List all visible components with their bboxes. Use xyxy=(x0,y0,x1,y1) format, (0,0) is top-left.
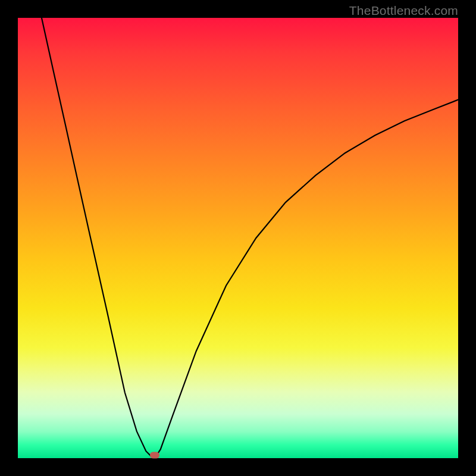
curve-right-branch xyxy=(155,100,458,458)
curve-left-branch xyxy=(42,18,155,458)
curve-svg xyxy=(18,18,458,458)
chart-plot-area xyxy=(18,18,458,458)
watermark-text: TheBottleneck.com xyxy=(349,4,458,18)
optimum-marker xyxy=(150,452,159,458)
